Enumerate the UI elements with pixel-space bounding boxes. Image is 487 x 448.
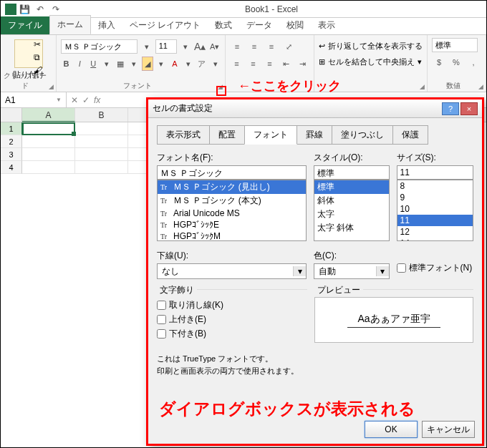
color-dropdown[interactable]: 自動 ▾ (314, 263, 390, 279)
align-left-icon[interactable]: ≡ (230, 57, 244, 71)
tab-review[interactable]: 校閲 (279, 16, 311, 34)
row-header-1[interactable]: 1 (1, 122, 22, 135)
checkbox-icon[interactable] (157, 301, 166, 310)
align-center-icon[interactable]: ≡ (246, 57, 260, 71)
number-format-box[interactable]: 標準 (432, 38, 478, 52)
list-item[interactable]: 斜体 (314, 194, 389, 208)
checkbox-icon[interactable] (157, 315, 166, 324)
list-item[interactable]: 太字 (314, 208, 389, 221)
subscript-checkbox[interactable]: 下付き(B) (157, 328, 307, 340)
font-size-input[interactable]: 11 (397, 165, 473, 180)
chevron-down-icon[interactable]: ▾ (376, 266, 389, 276)
tab-fill[interactable]: 塗りつぶし (332, 125, 393, 145)
redo-icon[interactable]: ↷ (51, 4, 61, 14)
superscript-checkbox[interactable]: 上付き(E) (157, 313, 307, 326)
tab-page-layout[interactable]: ページ レイアウト (122, 16, 208, 34)
dialog-titlebar[interactable]: セルの書式設定 ? × (148, 99, 482, 118)
align-right-icon[interactable]: ≡ (263, 57, 276, 71)
checkbox-icon[interactable] (157, 329, 166, 339)
align-middle-icon[interactable]: ≡ (247, 39, 261, 54)
tab-protection[interactable]: 保護 (392, 125, 428, 145)
font-size-list[interactable]: 8 9 10 11 12 14 (397, 180, 473, 241)
cell[interactable] (75, 148, 128, 161)
name-box-dropdown-icon[interactable]: ▼ (56, 97, 62, 103)
ok-button[interactable]: OK (365, 421, 418, 438)
underline-dropdown-icon[interactable]: ▾ (102, 57, 112, 71)
underline-button[interactable]: U (88, 57, 99, 71)
cancel-icon[interactable]: ✕ (71, 95, 78, 105)
cut-icon[interactable]: ✂ (34, 39, 45, 49)
merge-center-button[interactable]: ⊞ セルを結合して中央揃え ▾ (319, 54, 423, 69)
font-color-icon[interactable]: A (170, 57, 180, 71)
orientation-icon[interactable]: ⤢ (281, 39, 296, 54)
save-icon[interactable]: 💾 (19, 4, 29, 14)
col-header-a[interactable]: A (22, 108, 75, 122)
strikethrough-checkbox[interactable]: 取り消し線(K) (157, 299, 307, 311)
normal-font-checkbox[interactable]: 標準フォント(N) (397, 262, 473, 274)
alignment-launcher-icon[interactable]: ◢ (418, 83, 425, 90)
dialog-help-button[interactable]: ? (442, 102, 459, 115)
align-bottom-icon[interactable]: ≡ (264, 39, 279, 54)
list-item[interactable]: TrＭＳ Ｐゴシック (本文) (158, 194, 306, 208)
cell[interactable] (75, 122, 128, 135)
fill-handle[interactable] (72, 132, 76, 136)
tab-file[interactable]: ファイル (1, 16, 49, 34)
phonetic-dropdown-icon[interactable]: ▾ (210, 57, 221, 71)
merge-dropdown-icon[interactable]: ▾ (418, 57, 422, 67)
fx-icon[interactable]: fx (94, 95, 100, 105)
col-header-b[interactable]: B (75, 108, 128, 122)
font-name-list[interactable]: TrＭＳ Ｐゴシック (見出し) TrＭＳ Ｐゴシック (本文) TrArial… (157, 180, 307, 241)
font-color-dropdown-icon[interactable]: ▾ (183, 57, 193, 71)
tab-home[interactable]: ホーム (49, 15, 91, 34)
fill-dropdown-icon[interactable]: ▾ (156, 57, 167, 71)
name-box[interactable]: A1 ▼ (1, 92, 67, 107)
row-header-4[interactable]: 4 (1, 161, 22, 174)
tab-border[interactable]: 罫線 (296, 125, 332, 145)
align-top-icon[interactable]: ≡ (230, 39, 244, 54)
indent-inc-icon[interactable]: ⇥ (296, 57, 309, 71)
cell[interactable] (22, 135, 75, 148)
list-item[interactable]: 9 (397, 192, 473, 203)
row-header-3[interactable]: 3 (1, 148, 22, 161)
list-item[interactable]: 太字 斜体 (314, 221, 389, 235)
tab-data[interactable]: データ (239, 16, 279, 34)
font-style-list[interactable]: 標準 斜体 太字 太字 斜体 (314, 180, 390, 241)
checkbox-icon[interactable] (397, 263, 406, 273)
tab-font[interactable]: フォント (244, 125, 297, 145)
list-item[interactable]: TrHGPｺﾞｼｯｸE (158, 219, 306, 230)
font-size-dropdown-icon[interactable]: ▾ (180, 39, 191, 54)
chevron-down-icon[interactable]: ▾ (293, 266, 306, 276)
list-item[interactable]: TrＭＳ Ｐゴシック (見出し) (158, 180, 306, 194)
indent-dec-icon[interactable]: ⇤ (279, 57, 293, 71)
list-item[interactable]: 8 (397, 180, 473, 192)
dialog-close-button[interactable]: × (461, 102, 478, 115)
cell[interactable] (22, 148, 75, 161)
row-header-2[interactable]: 2 (1, 135, 22, 148)
clipboard-launcher-icon[interactable]: ◢ (47, 83, 54, 90)
currency-icon[interactable]: $ (432, 55, 446, 69)
bold-button[interactable]: B (61, 57, 72, 71)
wrap-text-button[interactable]: ↩ 折り返して全体を表示する (319, 38, 423, 54)
select-all-corner[interactable] (1, 108, 22, 122)
font-style-input[interactable]: 標準 (314, 165, 390, 180)
list-item[interactable]: 14 (397, 238, 473, 241)
tab-alignment[interactable]: 配置 (209, 125, 245, 145)
italic-button[interactable]: I (74, 57, 85, 71)
number-launcher-icon[interactable]: ◢ (477, 83, 484, 90)
phonetic-icon[interactable]: ア (196, 57, 207, 71)
tab-formulas[interactable]: 数式 (208, 16, 239, 34)
underline-dropdown[interactable]: なし ▾ (157, 263, 307, 279)
copy-icon[interactable]: ⧉ (34, 52, 45, 62)
enter-icon[interactable]: ✓ (82, 95, 90, 105)
border-icon[interactable]: ▦ (115, 57, 126, 71)
list-item[interactable]: TrHGPｺﾞｼｯｸM (158, 230, 306, 241)
list-item[interactable]: 12 (397, 226, 473, 238)
percent-icon[interactable]: % (449, 55, 463, 69)
border-dropdown-icon[interactable]: ▾ (128, 57, 139, 71)
undo-icon[interactable]: ↶ (35, 4, 45, 14)
font-name-box[interactable]: ＭＳ Ｐゴシック (61, 39, 138, 54)
tab-number-format[interactable]: 表示形式 (157, 125, 210, 145)
cell[interactable] (75, 135, 128, 148)
grow-font-icon[interactable]: A▴ (194, 39, 206, 54)
list-item[interactable]: 標準 (314, 180, 389, 194)
